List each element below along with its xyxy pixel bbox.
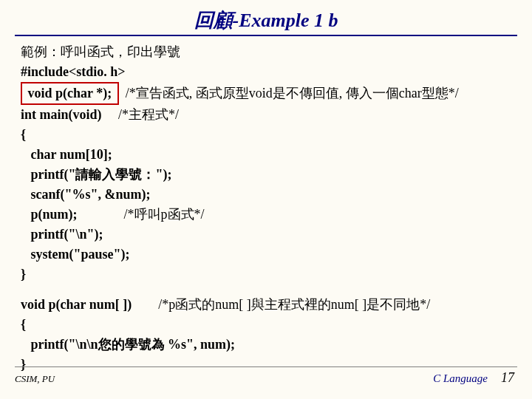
call-line: p(num); /*呼叫p函式*/ [21, 205, 511, 225]
func-comment: /*p函式的num[ ]與主程式裡的num[ ]是不同地*/ [132, 297, 430, 312]
call-comment: /*呼叫p函式*/ [78, 207, 205, 222]
main-line: int main(void) /*主程式*/ [21, 105, 511, 125]
proto-boxed: void p(char *); [21, 82, 119, 105]
printf-nl: printf("\n"); [21, 225, 511, 245]
printf-result: printf("\n\n您的學號為 %s", num); [21, 335, 511, 355]
footer-row: CSIM, PU C Language 17 [15, 370, 514, 386]
proto-line: void p(char *); /*宣告函式, 函式原型void是不傳回值, 傳… [21, 82, 511, 105]
title-underline [15, 35, 517, 36]
slide-title: 回顧-Example 1 b [0, 0, 532, 35]
footer-right: C Language [433, 372, 488, 384]
code-content: 範例：呼叫函式，印出學號 #include<stdio. h> void p(c… [0, 42, 532, 375]
func-def-line: void p(char num[ ]) /*p函式的num[ ]與主程式裡的nu… [21, 295, 511, 315]
include-line: #include<stdio. h> [21, 62, 511, 82]
proto-comment: /*宣告函式, 函式原型void是不傳回值, 傳入一個char型態*/ [119, 86, 459, 100]
system-pause: system("pause"); [21, 245, 511, 265]
scanf-line: scanf("%s", &num); [21, 185, 511, 205]
brace-open-2: { [21, 315, 511, 335]
printf-prompt: printf("請輸入學號："); [21, 165, 511, 185]
brace-open-1: { [21, 125, 511, 145]
main-comment: /*主程式*/ [102, 107, 180, 122]
call-p: p(num); [21, 207, 78, 222]
footer: CSIM, PU C Language 17 [0, 366, 532, 386]
footer-left: CSIM, PU [15, 373, 55, 385]
desc-line: 範例：呼叫函式，印出學號 [21, 42, 511, 62]
brace-close-1: } [21, 265, 511, 284]
char-decl: char num[10]; [21, 145, 511, 165]
func-sig: void p(char num[ ]) [21, 297, 132, 312]
page-number: 17 [501, 370, 514, 385]
footer-line [15, 366, 517, 367]
main-sig: int main(void) [21, 107, 102, 122]
footer-right-group: C Language 17 [433, 370, 514, 386]
gap [21, 284, 511, 295]
slide: 回顧-Example 1 b 範例：呼叫函式，印出學號 #include<std… [0, 0, 532, 399]
